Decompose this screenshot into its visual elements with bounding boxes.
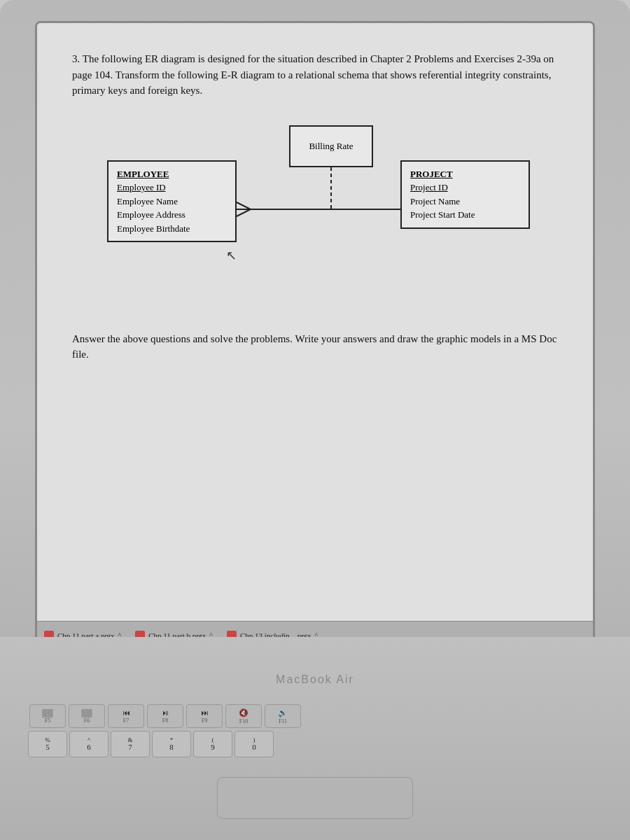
key-f8[interactable]: ⏯ F8 — [147, 704, 183, 728]
f7-icon: ⏮ — [122, 708, 130, 717]
laptop-screen: 3. The following ER diagram is designed … — [35, 21, 595, 651]
key-f7[interactable]: ⏮ F7 — [108, 704, 144, 728]
question-body: The following ER diagram is designed for… — [72, 53, 554, 96]
f6-icon: ▒▒ — [81, 708, 92, 717]
key-0-rparen[interactable]: ) 0 — [234, 731, 274, 757]
key-f5[interactable]: ▒▒ F5 — [29, 704, 66, 728]
f7-label: F7 — [123, 718, 129, 724]
key-f11[interactable]: 🔉 F11 — [265, 704, 301, 728]
f6-label: F6 — [84, 718, 90, 724]
employee-entity: EMPLOYEE Employee ID Employee Name Emplo… — [107, 160, 237, 243]
f10-icon: 🔇 — [239, 708, 248, 718]
f5-icon: ▒▒ — [42, 708, 53, 717]
er-diagram: EMPLOYEE Employee ID Employee Name Emplo… — [72, 118, 558, 314]
key-f9[interactable]: ⏭ F9 — [186, 704, 223, 728]
billing-rate-box: Billing Rate — [289, 125, 373, 167]
f11-label: F11 — [279, 718, 287, 724]
key-f6[interactable]: ▒▒ F6 — [69, 704, 105, 728]
f5-label: F5 — [45, 718, 50, 724]
question-text: 3. The following ER diagram is designed … — [72, 51, 558, 99]
f10-label: F10 — [239, 718, 248, 724]
billing-rate-label: Billing Rate — [309, 141, 353, 152]
project-entity: PROJECT Project ID Project Name Project … — [400, 160, 530, 229]
trackpad[interactable] — [217, 777, 413, 819]
project-attr-startdate: Project Start Date — [410, 208, 520, 222]
screen-content: 3. The following ER diagram is designed … — [37, 23, 593, 649]
key-5-percent[interactable]: % 5 — [28, 731, 67, 757]
project-title: PROJECT — [410, 167, 520, 181]
f9-label: F9 — [202, 718, 207, 724]
function-keys-row: ▒▒ F5 ▒▒ F6 ⏮ F7 ⏯ F8 ⏭ F9 🔇 F10 — [28, 704, 602, 728]
key-8-asterisk[interactable]: * 8 — [152, 731, 191, 757]
key-bot-8: 8 — [169, 743, 174, 751]
key-9-lparen[interactable]: ( 9 — [193, 731, 232, 757]
laptop-body: 3. The following ER diagram is designed … — [0, 0, 630, 840]
key-bot-9: 9 — [211, 743, 215, 751]
key-bot-0: 0 — [252, 743, 256, 751]
key-bot-7: 7 — [128, 743, 132, 751]
key-bot-5: 5 — [46, 743, 50, 751]
employee-title: EMPLOYEE — [117, 167, 227, 181]
mouse-cursor: ↖ — [226, 248, 237, 263]
key-bot-6: 6 — [87, 743, 91, 751]
employee-attr-id: Employee ID — [117, 181, 227, 195]
key-7-ampersand[interactable]: & 7 — [111, 731, 150, 757]
key-f10[interactable]: 🔇 F10 — [225, 704, 262, 728]
key-6-caret[interactable]: ^ 6 — [69, 731, 108, 757]
question-number: 3. — [72, 53, 80, 64]
project-attr-name: Project Name — [410, 195, 520, 209]
number-keys-row: % 5 ^ 6 & 7 * 8 ( 9 ) 0 — [28, 731, 602, 757]
f9-icon: ⏭ — [201, 708, 209, 717]
project-attr-id: Project ID — [410, 181, 520, 195]
f8-icon: ⏯ — [162, 708, 169, 717]
f11-icon: 🔉 — [278, 708, 288, 718]
answer-instruction: Answer the above questions and solve the… — [72, 331, 558, 363]
keyboard-area: MacBook Air ▒▒ F5 ▒▒ F6 ⏮ F7 ⏯ F8 ⏭ F9 — [0, 637, 630, 840]
macbook-label: MacBook Air — [276, 673, 354, 686]
employee-attr-name: Employee Name — [117, 195, 227, 209]
employee-attr-address: Employee Address — [117, 208, 227, 222]
f8-label: F8 — [162, 718, 168, 724]
employee-attr-birthdate: Employee Birthdate — [117, 222, 227, 236]
